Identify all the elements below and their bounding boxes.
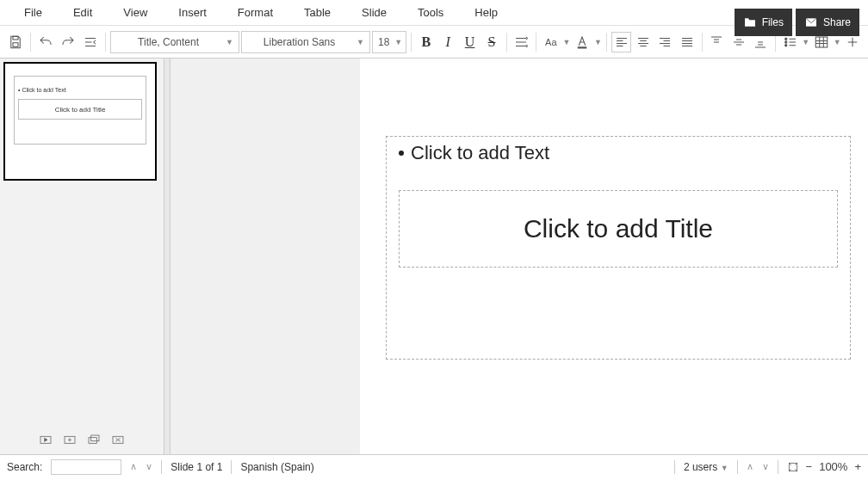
status-bar: Search: ∧ ∨ Slide 1 of 1 Spanish (Spain)… bbox=[0, 454, 868, 478]
save-icon bbox=[8, 34, 23, 50]
delete-slide-icon[interactable] bbox=[111, 434, 125, 447]
italic-button[interactable]: I bbox=[437, 32, 457, 52]
language-indicator[interactable]: Spanish (Spain) bbox=[240, 461, 313, 473]
valign-bottom-icon bbox=[753, 34, 768, 50]
layout-dropdown[interactable]: Title, Content ▼ bbox=[110, 31, 239, 53]
menu-file[interactable]: File bbox=[9, 6, 58, 19]
search-label: Search: bbox=[7, 461, 42, 473]
menu-tools[interactable]: Tools bbox=[402, 6, 459, 19]
valign-top-icon bbox=[709, 34, 724, 50]
menu-table[interactable]: Table bbox=[288, 6, 346, 19]
bullet-icon bbox=[399, 151, 404, 156]
svg-rect-1 bbox=[13, 36, 18, 40]
menu-help[interactable]: Help bbox=[459, 6, 513, 19]
font-value: Liberation Sans bbox=[264, 36, 335, 48]
zoom-value: 100% bbox=[819, 460, 847, 473]
underline-button[interactable]: U bbox=[460, 32, 480, 52]
nav-up-button[interactable]: ∧ bbox=[747, 461, 753, 472]
svg-rect-11 bbox=[91, 435, 99, 441]
align-left-button[interactable] bbox=[611, 32, 631, 52]
chevron-down-icon[interactable]: ▼ bbox=[594, 38, 602, 46]
zoom-in-button[interactable]: + bbox=[854, 460, 861, 473]
svg-rect-7 bbox=[815, 37, 828, 47]
title-placeholder-label: Click to add Title bbox=[524, 214, 713, 243]
strike-button[interactable]: S bbox=[481, 32, 501, 52]
files-button[interactable]: Files bbox=[735, 9, 792, 36]
menu-view[interactable]: View bbox=[108, 6, 163, 19]
align-right-button[interactable] bbox=[655, 32, 675, 52]
spacing-icon bbox=[513, 34, 529, 50]
separator bbox=[702, 33, 703, 52]
canvas-area: Click to add Text Click to add Title bbox=[170, 58, 868, 454]
thumb-title-box: Click to add Title bbox=[18, 99, 142, 120]
search-next-button[interactable]: ∨ bbox=[146, 461, 152, 472]
menu-edit[interactable]: Edit bbox=[58, 6, 108, 19]
search-prev-button[interactable]: ∧ bbox=[130, 461, 137, 472]
outdent-button[interactable] bbox=[80, 32, 101, 52]
spacing-button[interactable] bbox=[512, 32, 531, 52]
slide-counter: Slide 1 of 1 bbox=[170, 461, 222, 473]
slide-thumb-1[interactable]: • Click to add Text Click to add Title bbox=[3, 62, 157, 181]
text-placeholder[interactable]: Click to add Text bbox=[387, 137, 850, 169]
separator bbox=[30, 33, 31, 52]
users-indicator[interactable]: 2 users ▼ bbox=[684, 461, 728, 473]
thumb-text-placeholder: • Click to add Text bbox=[18, 87, 66, 93]
slide-canvas[interactable]: Click to add Text Click to add Title bbox=[360, 58, 868, 454]
table-icon bbox=[814, 34, 829, 50]
menu-format[interactable]: Format bbox=[222, 6, 288, 19]
nav-down-button[interactable]: ∨ bbox=[762, 461, 769, 472]
text-placeholder-label: Click to add Text bbox=[411, 142, 549, 164]
align-center-icon bbox=[636, 34, 651, 50]
top-right-buttons: Files Share bbox=[735, 9, 859, 36]
chevron-down-icon: ▼ bbox=[721, 464, 728, 472]
svg-rect-3 bbox=[578, 46, 587, 48]
separator bbox=[231, 460, 232, 474]
thumb-content-box: • Click to add Text Click to add Title bbox=[14, 76, 146, 145]
search-input[interactable] bbox=[51, 459, 121, 475]
font-dropdown[interactable]: Liberation Sans ▼ bbox=[241, 31, 370, 53]
bold-button[interactable]: B bbox=[416, 32, 436, 52]
bullets-icon bbox=[783, 34, 798, 50]
chevron-down-icon: ▼ bbox=[394, 38, 402, 46]
fit-icon[interactable] bbox=[787, 461, 799, 473]
undo-icon bbox=[38, 34, 53, 50]
separator bbox=[506, 33, 507, 52]
undo-button[interactable] bbox=[35, 32, 56, 52]
play-icon[interactable] bbox=[39, 434, 53, 447]
valign-top-button[interactable] bbox=[707, 32, 727, 52]
save-button[interactable] bbox=[5, 32, 26, 52]
redo-icon bbox=[60, 34, 76, 50]
zoom-out-button[interactable]: − bbox=[806, 460, 813, 473]
align-center-button[interactable] bbox=[633, 32, 653, 52]
chevron-down-icon: ▼ bbox=[356, 38, 364, 46]
duplicate-slide-icon[interactable] bbox=[87, 434, 101, 447]
chevron-down-icon[interactable]: ▼ bbox=[802, 38, 809, 46]
title-placeholder[interactable]: Click to add Title bbox=[399, 190, 838, 268]
share-button[interactable]: Share bbox=[796, 9, 859, 36]
new-slide-icon[interactable] bbox=[63, 434, 77, 447]
separator bbox=[161, 460, 162, 474]
chevron-down-icon[interactable]: ▼ bbox=[834, 38, 841, 46]
workspace: • Click to add Text Click to add Title C… bbox=[0, 58, 868, 454]
separator bbox=[536, 33, 536, 52]
fontsize-dropdown[interactable]: 18 ▼ bbox=[372, 31, 406, 53]
content-placeholder[interactable]: Click to add Text Click to add Title bbox=[386, 136, 851, 360]
files-label: Files bbox=[762, 16, 784, 28]
slide-panel-toolbar bbox=[0, 434, 164, 447]
menu-slide[interactable]: Slide bbox=[346, 6, 402, 19]
menu-insert[interactable]: Insert bbox=[163, 6, 222, 19]
align-left-icon bbox=[614, 34, 629, 50]
outdent-icon bbox=[83, 34, 98, 50]
chevron-down-icon[interactable]: ▼ bbox=[563, 38, 571, 46]
mail-icon bbox=[804, 15, 818, 29]
overflow-icon bbox=[845, 34, 860, 50]
align-right-icon bbox=[657, 34, 673, 50]
separator bbox=[778, 460, 778, 474]
redo-button[interactable] bbox=[58, 32, 78, 52]
case-button[interactable]: Aa bbox=[541, 32, 561, 52]
fontsize-value: 18 bbox=[378, 36, 389, 48]
fontcolor-button[interactable] bbox=[572, 32, 592, 52]
svg-point-6 bbox=[784, 44, 786, 46]
align-justify-button[interactable] bbox=[677, 32, 697, 52]
splitter[interactable] bbox=[164, 58, 170, 454]
